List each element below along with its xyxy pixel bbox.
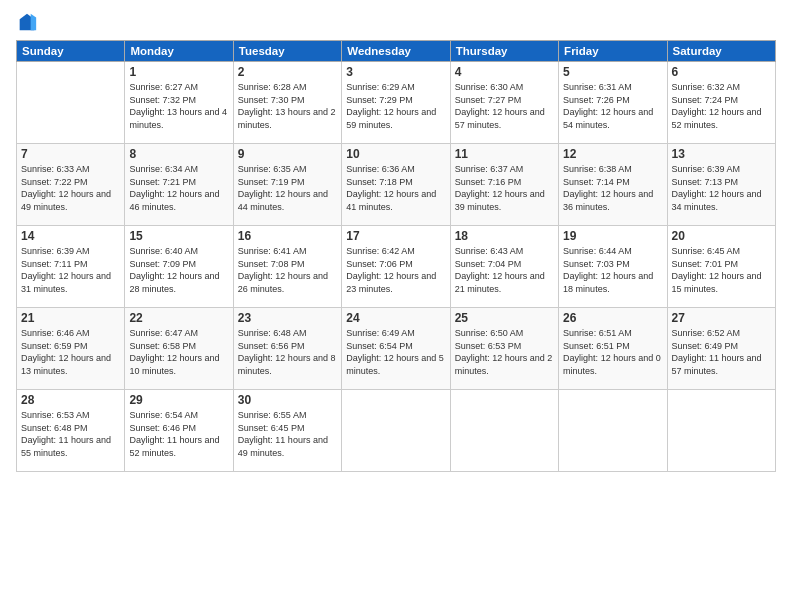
day-number: 19 — [563, 229, 662, 243]
day-info: Sunrise: 6:34 AM Sunset: 7:21 PM Dayligh… — [129, 163, 228, 213]
calendar-cell: 13Sunrise: 6:39 AM Sunset: 7:13 PM Dayli… — [667, 144, 775, 226]
col-header-tuesday: Tuesday — [233, 41, 341, 62]
calendar-cell — [559, 390, 667, 472]
calendar-cell: 22Sunrise: 6:47 AM Sunset: 6:58 PM Dayli… — [125, 308, 233, 390]
day-number: 8 — [129, 147, 228, 161]
calendar-cell: 26Sunrise: 6:51 AM Sunset: 6:51 PM Dayli… — [559, 308, 667, 390]
day-number: 28 — [21, 393, 120, 407]
day-info: Sunrise: 6:55 AM Sunset: 6:45 PM Dayligh… — [238, 409, 337, 459]
day-info: Sunrise: 6:27 AM Sunset: 7:32 PM Dayligh… — [129, 81, 228, 131]
day-number: 3 — [346, 65, 445, 79]
day-info: Sunrise: 6:36 AM Sunset: 7:18 PM Dayligh… — [346, 163, 445, 213]
calendar-cell: 9Sunrise: 6:35 AM Sunset: 7:19 PM Daylig… — [233, 144, 341, 226]
day-number: 1 — [129, 65, 228, 79]
day-info: Sunrise: 6:48 AM Sunset: 6:56 PM Dayligh… — [238, 327, 337, 377]
day-info: Sunrise: 6:43 AM Sunset: 7:04 PM Dayligh… — [455, 245, 554, 295]
day-number: 6 — [672, 65, 771, 79]
calendar-cell: 11Sunrise: 6:37 AM Sunset: 7:16 PM Dayli… — [450, 144, 558, 226]
day-info: Sunrise: 6:52 AM Sunset: 6:49 PM Dayligh… — [672, 327, 771, 377]
calendar-cell: 30Sunrise: 6:55 AM Sunset: 6:45 PM Dayli… — [233, 390, 341, 472]
col-header-wednesday: Wednesday — [342, 41, 450, 62]
calendar-cell: 27Sunrise: 6:52 AM Sunset: 6:49 PM Dayli… — [667, 308, 775, 390]
calendar-cell: 17Sunrise: 6:42 AM Sunset: 7:06 PM Dayli… — [342, 226, 450, 308]
calendar-cell: 15Sunrise: 6:40 AM Sunset: 7:09 PM Dayli… — [125, 226, 233, 308]
calendar-cell: 1Sunrise: 6:27 AM Sunset: 7:32 PM Daylig… — [125, 62, 233, 144]
calendar-cell: 6Sunrise: 6:32 AM Sunset: 7:24 PM Daylig… — [667, 62, 775, 144]
calendar-table: SundayMondayTuesdayWednesdayThursdayFrid… — [16, 40, 776, 472]
day-info: Sunrise: 6:29 AM Sunset: 7:29 PM Dayligh… — [346, 81, 445, 131]
day-number: 10 — [346, 147, 445, 161]
calendar-cell — [450, 390, 558, 472]
calendar-cell: 29Sunrise: 6:54 AM Sunset: 6:46 PM Dayli… — [125, 390, 233, 472]
day-info: Sunrise: 6:39 AM Sunset: 7:11 PM Dayligh… — [21, 245, 120, 295]
day-info: Sunrise: 6:40 AM Sunset: 7:09 PM Dayligh… — [129, 245, 228, 295]
calendar-cell — [667, 390, 775, 472]
calendar-cell: 12Sunrise: 6:38 AM Sunset: 7:14 PM Dayli… — [559, 144, 667, 226]
day-number: 21 — [21, 311, 120, 325]
calendar-cell: 23Sunrise: 6:48 AM Sunset: 6:56 PM Dayli… — [233, 308, 341, 390]
svg-marker-1 — [31, 14, 36, 31]
calendar-cell — [342, 390, 450, 472]
day-number: 20 — [672, 229, 771, 243]
day-info: Sunrise: 6:51 AM Sunset: 6:51 PM Dayligh… — [563, 327, 662, 377]
week-row: 21Sunrise: 6:46 AM Sunset: 6:59 PM Dayli… — [17, 308, 776, 390]
calendar-cell: 21Sunrise: 6:46 AM Sunset: 6:59 PM Dayli… — [17, 308, 125, 390]
day-info: Sunrise: 6:32 AM Sunset: 7:24 PM Dayligh… — [672, 81, 771, 131]
logo-icon — [16, 12, 38, 34]
day-number: 18 — [455, 229, 554, 243]
calendar-cell: 18Sunrise: 6:43 AM Sunset: 7:04 PM Dayli… — [450, 226, 558, 308]
day-number: 13 — [672, 147, 771, 161]
calendar-cell: 19Sunrise: 6:44 AM Sunset: 7:03 PM Dayli… — [559, 226, 667, 308]
day-info: Sunrise: 6:47 AM Sunset: 6:58 PM Dayligh… — [129, 327, 228, 377]
day-info: Sunrise: 6:49 AM Sunset: 6:54 PM Dayligh… — [346, 327, 445, 377]
calendar-cell: 28Sunrise: 6:53 AM Sunset: 6:48 PM Dayli… — [17, 390, 125, 472]
day-number: 23 — [238, 311, 337, 325]
day-number: 11 — [455, 147, 554, 161]
day-info: Sunrise: 6:54 AM Sunset: 6:46 PM Dayligh… — [129, 409, 228, 459]
day-info: Sunrise: 6:50 AM Sunset: 6:53 PM Dayligh… — [455, 327, 554, 377]
logo — [16, 12, 42, 34]
col-header-saturday: Saturday — [667, 41, 775, 62]
day-number: 26 — [563, 311, 662, 325]
calendar-cell: 7Sunrise: 6:33 AM Sunset: 7:22 PM Daylig… — [17, 144, 125, 226]
day-info: Sunrise: 6:42 AM Sunset: 7:06 PM Dayligh… — [346, 245, 445, 295]
day-info: Sunrise: 6:33 AM Sunset: 7:22 PM Dayligh… — [21, 163, 120, 213]
col-header-sunday: Sunday — [17, 41, 125, 62]
week-row: 28Sunrise: 6:53 AM Sunset: 6:48 PM Dayli… — [17, 390, 776, 472]
calendar-cell: 24Sunrise: 6:49 AM Sunset: 6:54 PM Dayli… — [342, 308, 450, 390]
header-row: SundayMondayTuesdayWednesdayThursdayFrid… — [17, 41, 776, 62]
page: SundayMondayTuesdayWednesdayThursdayFrid… — [0, 0, 792, 612]
week-row: 7Sunrise: 6:33 AM Sunset: 7:22 PM Daylig… — [17, 144, 776, 226]
day-number: 7 — [21, 147, 120, 161]
col-header-friday: Friday — [559, 41, 667, 62]
calendar-cell: 10Sunrise: 6:36 AM Sunset: 7:18 PM Dayli… — [342, 144, 450, 226]
calendar-cell: 5Sunrise: 6:31 AM Sunset: 7:26 PM Daylig… — [559, 62, 667, 144]
day-number: 12 — [563, 147, 662, 161]
day-info: Sunrise: 6:37 AM Sunset: 7:16 PM Dayligh… — [455, 163, 554, 213]
day-number: 27 — [672, 311, 771, 325]
day-info: Sunrise: 6:35 AM Sunset: 7:19 PM Dayligh… — [238, 163, 337, 213]
day-info: Sunrise: 6:41 AM Sunset: 7:08 PM Dayligh… — [238, 245, 337, 295]
day-info: Sunrise: 6:46 AM Sunset: 6:59 PM Dayligh… — [21, 327, 120, 377]
day-number: 22 — [129, 311, 228, 325]
calendar-cell: 3Sunrise: 6:29 AM Sunset: 7:29 PM Daylig… — [342, 62, 450, 144]
day-info: Sunrise: 6:28 AM Sunset: 7:30 PM Dayligh… — [238, 81, 337, 131]
day-info: Sunrise: 6:45 AM Sunset: 7:01 PM Dayligh… — [672, 245, 771, 295]
day-number: 16 — [238, 229, 337, 243]
week-row: 14Sunrise: 6:39 AM Sunset: 7:11 PM Dayli… — [17, 226, 776, 308]
calendar-cell: 4Sunrise: 6:30 AM Sunset: 7:27 PM Daylig… — [450, 62, 558, 144]
col-header-monday: Monday — [125, 41, 233, 62]
day-number: 5 — [563, 65, 662, 79]
day-number: 25 — [455, 311, 554, 325]
day-number: 9 — [238, 147, 337, 161]
day-info: Sunrise: 6:44 AM Sunset: 7:03 PM Dayligh… — [563, 245, 662, 295]
day-info: Sunrise: 6:31 AM Sunset: 7:26 PM Dayligh… — [563, 81, 662, 131]
day-info: Sunrise: 6:30 AM Sunset: 7:27 PM Dayligh… — [455, 81, 554, 131]
day-info: Sunrise: 6:53 AM Sunset: 6:48 PM Dayligh… — [21, 409, 120, 459]
day-number: 30 — [238, 393, 337, 407]
day-number: 14 — [21, 229, 120, 243]
day-info: Sunrise: 6:39 AM Sunset: 7:13 PM Dayligh… — [672, 163, 771, 213]
calendar-cell: 25Sunrise: 6:50 AM Sunset: 6:53 PM Dayli… — [450, 308, 558, 390]
col-header-thursday: Thursday — [450, 41, 558, 62]
day-number: 17 — [346, 229, 445, 243]
